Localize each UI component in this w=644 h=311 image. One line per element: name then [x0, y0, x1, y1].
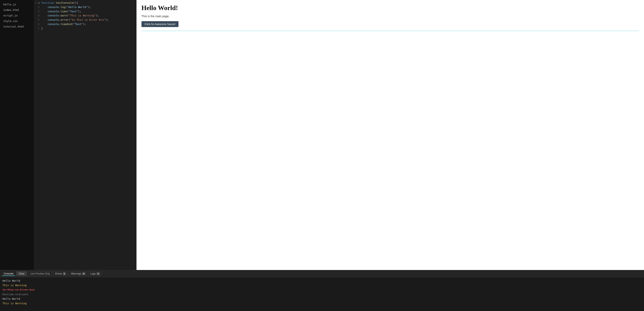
line-content: console.timeEnd("Test");	[41, 22, 86, 27]
console-output: Hello WorldThis is WarningYo This is Err…	[0, 277, 644, 311]
preview-divider	[142, 31, 639, 31]
code-line: 7}	[34, 27, 136, 31]
logs-count: 1	[96, 272, 100, 275]
line-number: 6	[34, 22, 41, 27]
errors-count: 1	[63, 272, 66, 275]
console-line: Hello World	[2, 278, 642, 283]
sidebar-item[interactable]: script.js	[0, 13, 34, 18]
code-line: 3 console.time("Test");	[34, 10, 136, 14]
console-line: This is Warning	[2, 283, 642, 288]
code-line: 5 console.error("Yo This is Error bro");	[34, 18, 136, 22]
console-line: Hello World	[2, 297, 642, 301]
sidebar: hello.jsindex.htmlscript.jsstyle.csstuto…	[0, 0, 34, 270]
preview-area: Hello World! This is the main page. Clic…	[136, 0, 644, 270]
sidebar-item[interactable]: hello.js	[0, 2, 34, 7]
console-line: Runtime.evaluate	[2, 292, 642, 297]
tab-console[interactable]: Console	[2, 272, 15, 276]
preview-title: Hello World!	[142, 4, 639, 12]
line-content: console.warn("This is Warning");	[41, 14, 99, 18]
sidebar-item[interactable]: index.html	[0, 7, 34, 13]
logs-label: Logs	[90, 272, 96, 275]
warnings-count: 2	[82, 272, 85, 275]
code-line: 4 console.warn("This is Warning");	[34, 14, 136, 18]
editor-area: 1 ▼function testConsole(){2 console.log(…	[34, 0, 136, 270]
console-panel: Console Clear Live Preview Only Errors 1…	[0, 270, 644, 311]
console-line: This is Warning	[2, 301, 642, 306]
line-content: console.time("Test");	[41, 10, 81, 14]
warnings-filter[interactable]: Warnings 2	[69, 271, 87, 276]
line-number: 4	[34, 14, 41, 18]
clear-button[interactable]: Clear	[16, 271, 27, 276]
logs-filter[interactable]: Logs 1	[88, 271, 102, 276]
code-line: 1 ▼function testConsole(){	[34, 1, 136, 5]
errors-label: Errors	[55, 272, 62, 275]
line-number: 7	[34, 27, 41, 31]
line-content: }	[41, 27, 43, 31]
line-content: console.error("Yo This is Error bro");	[41, 18, 109, 22]
live-preview-button[interactable]: Live Preview Only	[28, 271, 52, 276]
main-area: hello.jsindex.htmlscript.jsstyle.csstuto…	[0, 0, 644, 270]
errors-filter[interactable]: Errors 1	[53, 271, 68, 276]
line-number: 1 ▼	[34, 1, 41, 5]
awesome-sauce-button[interactable]: Click for Awesome Sauce!	[142, 21, 178, 27]
console-line: Yo This is Error bro	[2, 288, 642, 292]
line-number: 3	[34, 10, 41, 14]
line-content: console.log("Hello World");	[41, 5, 91, 10]
preview-subtitle: This is the main page.	[142, 15, 639, 18]
sidebar-item[interactable]: style.css	[0, 18, 34, 24]
line-content: function testConsole(){	[41, 1, 78, 5]
code-line: 2 console.log("Hello World");	[34, 5, 136, 10]
line-number: 2	[34, 5, 41, 10]
line-number: 5	[34, 18, 41, 22]
console-toolbar: Console Clear Live Preview Only Errors 1…	[0, 270, 644, 277]
warnings-label: Warnings	[71, 272, 81, 275]
code-line: 6 console.timeEnd("Test");	[34, 22, 136, 27]
sidebar-item[interactable]: tutorial.html	[0, 24, 34, 29]
